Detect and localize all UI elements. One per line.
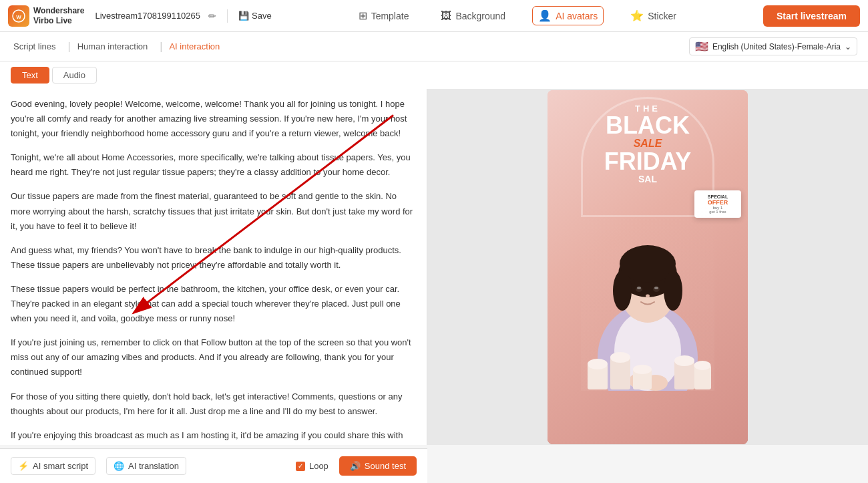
dropdown-arrow-icon: ⌄ [845,42,851,51]
poster-black: BLACK [548,114,748,138]
script-paragraph-6: If you're just joining us, remember to c… [11,335,416,379]
app-name: Wondershare Virbo Live [33,6,84,25]
script-paragraph-4: And guess what, my friends? You won't ha… [11,243,416,273]
ai-translate-icon: 🌐 [114,461,124,471]
svg-point-16 [646,294,650,297]
preview-panel: THE BLACK SALE FRIDAY SAL SPECIAL OFFER … [427,89,868,445]
tab-audio[interactable]: Audio [52,67,97,84]
script-paragraph-1: Good evening, lovely people! Welcome, we… [11,97,416,141]
top-nav: ⊞ Template 🖼 Background 👤 AI avatars ⭐ S… [277,6,758,25]
nav-ai-avatars[interactable]: 👤 AI avatars [532,6,604,25]
edit-icon[interactable]: ✏ [208,11,216,21]
sound-icon: 🔊 [350,461,361,471]
svg-point-15 [654,287,658,289]
sub-header: Script lines | Human interaction | AI in… [0,32,868,61]
script-text[interactable]: Good evening, lovely people! Welcome, we… [11,97,416,445]
loop-checkbox-icon: ✓ [296,462,305,471]
svg-point-28 [694,361,711,370]
nav-sticker[interactable]: ⭐ Sticker [625,7,682,25]
sub-nav-human-interaction[interactable]: Human interaction [75,41,151,51]
script-paragraph-8: If you're enjoying this broadcast as muc… [11,428,416,445]
main-content: Good evening, lovely people! Welcome, we… [0,89,868,445]
svg-point-25 [610,352,630,363]
special-offer-line1: SPECIAL [698,194,737,199]
tab-bar: Text Audio [0,61,868,89]
avatar-area [581,204,714,391]
svg-point-24 [588,359,608,369]
nav-template[interactable]: ⊞ Template [353,7,415,25]
divider: | [160,41,162,53]
loop-label: Loop [309,461,329,471]
poster-title: THE BLACK SALE FRIDAY SAL [548,104,748,184]
header: W Wondershare Virbo Live Livestream17081… [0,0,868,32]
background-icon: 🖼 [441,10,451,22]
ai-script-icon: ⚡ [18,461,29,471]
svg-point-11 [664,271,682,311]
ai-smart-script-button[interactable]: ⚡ AI smart script [11,457,95,475]
script-panel: Good evening, lovely people! Welcome, we… [0,89,427,445]
loop-toggle[interactable]: ✓ Loop [296,461,329,471]
poster-background: THE BLACK SALE FRIDAY SAL SPECIAL OFFER … [548,90,748,444]
poster-friday: FRIDAY [548,150,748,174]
nav-background[interactable]: 🖼 Background [435,7,511,25]
script-paragraph-3: Our tissue papers are made from the fine… [11,189,416,233]
app-logo-icon: W [8,5,29,27]
svg-point-10 [613,271,632,311]
sound-test-button[interactable]: 🔊 Sound test [339,456,417,476]
divider [227,9,228,23]
svg-point-26 [633,365,652,374]
tab-text[interactable]: Text [11,67,49,84]
preview-poster: THE BLACK SALE FRIDAY SAL SPECIAL OFFER … [548,90,748,444]
script-paragraph-7: For those of you sitting there quietly, … [11,389,416,419]
template-icon: ⊞ [359,9,367,22]
language-selector[interactable]: 🇺🇸 English (United States)-Female-Aria ⌄ [689,37,857,55]
script-paragraph-5: These tissue papers would be perfect in … [11,282,416,326]
divider: | [68,41,71,53]
ai-avatar-icon: 👤 [538,9,552,22]
flag-icon: 🇺🇸 [695,40,708,53]
stream-name: Livestream1708199110265 [95,11,200,21]
svg-point-27 [674,355,694,366]
lang-label: English (United States)-Female-Aria [712,42,841,51]
svg-point-14 [637,287,641,289]
logo-area: W Wondershare Virbo Live [8,5,84,27]
start-livestream-button[interactable]: Start livestream [763,5,860,27]
bottom-toolbar: ⚡ AI smart script 🌐 AI translation ✓ Loo… [0,448,427,483]
sub-nav-script-lines[interactable]: Script lines [11,41,59,51]
sticker-icon: ⭐ [630,9,644,22]
script-paragraph-2: Tonight, we're all about Home Accessorie… [11,150,416,180]
poster-sal: SAL [548,174,748,184]
avatar-svg [581,210,714,391]
svg-text:W: W [16,14,21,20]
sub-nav-ai-interaction[interactable]: AI interaction [166,41,222,51]
save-icon: 💾 [238,11,249,21]
ai-translation-button[interactable]: 🌐 AI translation [106,457,186,475]
save-button[interactable]: 💾 Save [238,11,272,21]
